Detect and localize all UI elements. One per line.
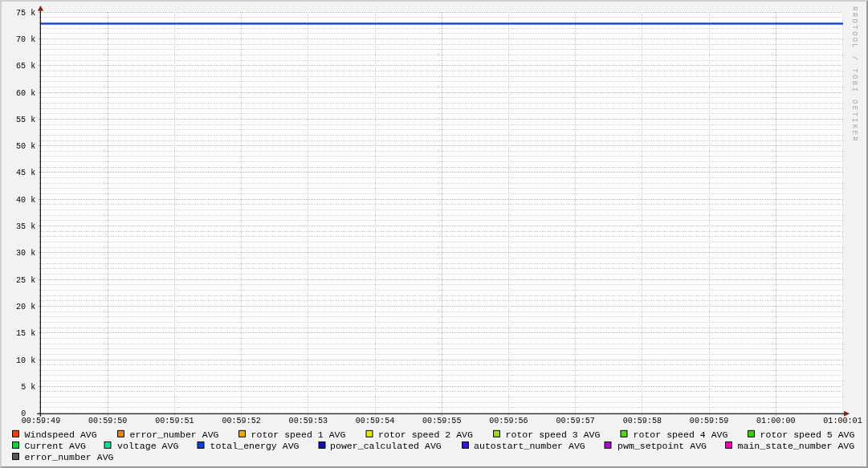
svg-text:Windspeed AVG: Windspeed AVG	[25, 429, 97, 440]
svg-text:00:59:57: 00:59:57	[556, 417, 594, 425]
svg-text:rotor speed 2 AVG: rotor speed 2 AVG	[378, 429, 473, 440]
svg-text:00:59:52: 00:59:52	[222, 417, 260, 425]
svg-text:Current AVG: Current AVG	[25, 441, 86, 451]
svg-text:60 k: 60 k	[16, 89, 35, 98]
svg-text:power_calculated AVG: power_calculated AVG	[330, 441, 442, 451]
svg-text:40 k: 40 k	[16, 196, 35, 205]
svg-text:00:59:54: 00:59:54	[356, 417, 394, 425]
svg-text:65 k: 65 k	[16, 62, 35, 71]
svg-text:error_number AVG: error_number AVG	[130, 429, 219, 440]
svg-text:55 k: 55 k	[16, 116, 35, 124]
svg-text:00:59:51: 00:59:51	[155, 417, 194, 425]
svg-text:5 k: 5 k	[21, 383, 35, 392]
svg-text:main_state_number AVG: main_state_number AVG	[738, 441, 855, 451]
svg-text:30 k: 30 k	[16, 249, 35, 258]
svg-text:00:59:53: 00:59:53	[289, 417, 328, 425]
svg-text:15 k: 15 k	[16, 329, 35, 338]
svg-text:01:00:00: 01:00:00	[756, 417, 795, 425]
svg-text:50 k: 50 k	[16, 142, 35, 151]
svg-text:rotor speed 5 AVG: rotor speed 5 AVG	[760, 429, 855, 440]
svg-text:00:59:59: 00:59:59	[690, 417, 728, 425]
svg-text:rotor speed 4 AVG: rotor speed 4 AVG	[634, 429, 728, 440]
svg-text:00:59:58: 00:59:58	[623, 417, 662, 425]
svg-text:00:59:55: 00:59:55	[422, 417, 461, 425]
svg-text:RRDTOOL / TOBI OETIKER: RRDTOOL / TOBI OETIKER	[850, 6, 858, 143]
svg-text:00:59:56: 00:59:56	[489, 417, 528, 425]
svg-text:error_number AVG: error_number AVG	[25, 452, 114, 462]
svg-text:00:59:50: 00:59:50	[88, 417, 127, 425]
svg-text:autostart_number AVG: autostart_number AVG	[474, 441, 585, 451]
svg-text:rotor speed 3 AVG: rotor speed 3 AVG	[506, 429, 601, 440]
svg-text:70 k: 70 k	[16, 35, 35, 44]
svg-text:rotor speed 1 AVG: rotor speed 1 AVG	[251, 429, 346, 440]
svg-text:35 k: 35 k	[16, 222, 35, 231]
svg-text:voltage AVG: voltage AVG	[117, 441, 178, 451]
svg-text:00:59:49: 00:59:49	[22, 417, 60, 425]
svg-text:10 k: 10 k	[16, 356, 35, 365]
svg-text:25 k: 25 k	[16, 276, 35, 285]
svg-text:pwm_setpoint AVG: pwm_setpoint AVG	[617, 441, 707, 451]
svg-text:45 k: 45 k	[16, 169, 35, 177]
svg-text:01:00:01: 01:00:01	[823, 417, 862, 425]
svg-text:75 k: 75 k	[16, 9, 35, 18]
svg-text:20 k: 20 k	[16, 303, 35, 311]
svg-text:total_energy AVG: total_energy AVG	[210, 441, 300, 451]
